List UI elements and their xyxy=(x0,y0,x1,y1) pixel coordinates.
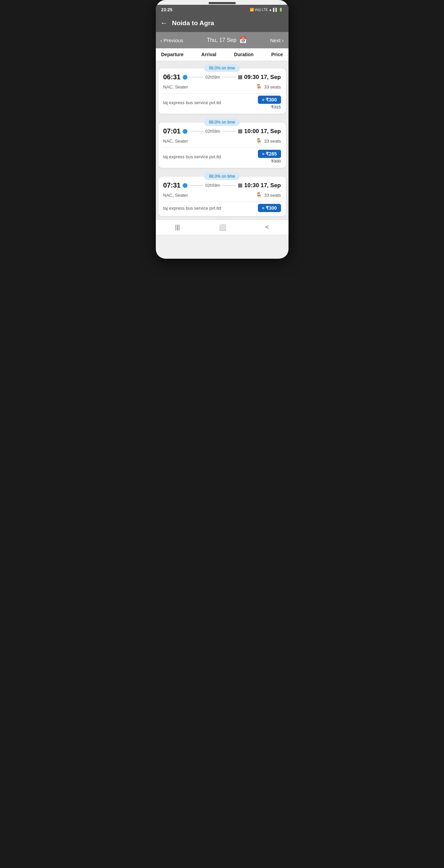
on-time-badge-2: 88.0% on time xyxy=(204,118,240,126)
line-right-1 xyxy=(222,77,236,78)
bottom-nav-home[interactable]: ⬜ xyxy=(219,224,226,231)
bus-type-2: NAC, Seater xyxy=(163,139,188,144)
arr-dot-2 xyxy=(238,129,242,133)
journey-row-1: 06:31 02h59m 09:30 17, Sep xyxy=(163,73,281,81)
seats-row-2: NAC, Seater 🪑 33 seats xyxy=(163,138,281,144)
column-headers: Departure Arrival Duration Price xyxy=(156,48,289,61)
dep-dot-1 xyxy=(183,75,187,80)
original-price-2: ₹300 xyxy=(271,159,281,164)
price-badge-dot-2 xyxy=(262,153,264,155)
seats-info-2: 🪑 33 seats xyxy=(256,138,281,144)
bus-card-1-wrapper: 88.0% on time 06:31 02h59m 09:30 17, Sep… xyxy=(159,64,286,114)
line-right-3 xyxy=(222,185,236,186)
journey-row-3: 07:31 02h59m 10:30 17, Sep xyxy=(163,181,281,189)
price-row-3: taj express bus service pvt.ltd ₹300 xyxy=(163,204,281,212)
date-label: Thu, 17 Sep xyxy=(207,37,236,43)
seats-info-3: 🪑 33 seats xyxy=(256,192,281,198)
previous-label: Previous xyxy=(164,37,183,43)
price-block-2: ₹285 ₹300 xyxy=(258,150,281,164)
price-badge-dot-1 xyxy=(262,99,264,101)
line-left-1 xyxy=(190,77,203,78)
status-time: 23:25 xyxy=(161,7,172,12)
price-2: ₹285 xyxy=(266,151,277,157)
seats-row-1: NAC, Seater 🪑 33 seats xyxy=(163,84,281,90)
chevron-right-icon: › xyxy=(282,37,284,43)
price-badge-dot-3 xyxy=(262,207,264,209)
arr-dot-3 xyxy=(238,183,242,188)
on-time-badge-1: 88.0% on time xyxy=(204,64,240,72)
journey-row-2: 07:01 02h59m 10:00 17, Sep xyxy=(163,127,281,135)
notch xyxy=(209,2,236,4)
price-row-1: taj express bus service pvt.ltd ₹300 ₹31… xyxy=(163,96,281,110)
status-icons: 📶 Vo)) LTE ▲ ▌▌ 🔋 xyxy=(250,8,283,12)
calendar-icon[interactable]: 📅 xyxy=(239,36,247,44)
price-row-2: taj express bus service pvt.ltd ₹285 ₹30… xyxy=(163,150,281,164)
dep-time-3: 07:31 xyxy=(163,181,181,189)
bottom-nav-recent[interactable]: ||| xyxy=(175,224,180,231)
bus-type-3: NAC, Seater xyxy=(163,193,188,198)
price-1: ₹300 xyxy=(266,97,277,102)
seats-row-3: NAC, Seater 🪑 33 seats xyxy=(163,192,281,198)
dep-time-2: 07:01 xyxy=(163,127,181,135)
dep-dot-3 xyxy=(183,183,187,188)
arr-time-3: 10:30 17, Sep xyxy=(244,182,281,189)
operator-3: taj express bus service pvt.ltd xyxy=(163,206,221,211)
on-time-badge-3: 88.0% on time xyxy=(204,173,240,180)
line-left-2 xyxy=(190,131,203,132)
bus-card-1[interactable]: 06:31 02h59m 09:30 17, Sep NAC, Seater 🪑… xyxy=(159,68,286,114)
bottom-nav-back[interactable]: < xyxy=(265,224,269,231)
dep-time-1: 06:31 xyxy=(163,73,181,81)
arrival-header: Arrival xyxy=(201,52,216,57)
departure-header: Departure xyxy=(161,52,184,57)
divider-2 xyxy=(163,147,281,148)
next-label: Next xyxy=(270,37,281,43)
seats-count-1: 33 seats xyxy=(264,84,281,90)
arr-time-1: 09:30 17, Sep xyxy=(244,74,281,81)
next-date-button[interactable]: Next › xyxy=(270,37,284,43)
dep-dot-2 xyxy=(183,129,187,134)
line-left-3 xyxy=(190,185,203,186)
arr-time-2: 10:00 17, Sep xyxy=(244,128,281,135)
seats-count-2: 33 seats xyxy=(264,139,281,144)
arr-dot-1 xyxy=(238,75,242,79)
bus-card-2-wrapper: 88.0% on time 07:01 02h59m 10:00 17, Sep… xyxy=(159,118,286,168)
chevron-left-icon: ‹ xyxy=(161,37,162,43)
bus-card-2[interactable]: 07:01 02h59m 10:00 17, Sep NAC, Seater 🪑… xyxy=(159,123,286,168)
status-bar: 23:25 📶 Vo)) LTE ▲ ▌▌ 🔋 xyxy=(156,5,289,14)
date-nav: ‹ Previous Thu, 17 Sep 📅 Next › xyxy=(156,32,289,48)
duration-2: 02h59m xyxy=(205,129,220,134)
price-block-3: ₹300 xyxy=(258,204,281,212)
price-3: ₹300 xyxy=(266,205,277,211)
price-badge-3[interactable]: ₹300 xyxy=(258,204,281,212)
duration-1: 02h59m xyxy=(205,75,220,80)
top-nav: ← Noida to Agra xyxy=(156,14,289,32)
page-title: Noida to Agra xyxy=(172,19,214,27)
price-header: Price xyxy=(271,52,283,57)
divider-1 xyxy=(163,93,281,94)
divider-3 xyxy=(163,202,281,202)
price-badge-2[interactable]: ₹285 xyxy=(258,150,281,158)
seat-icon-1: 🪑 xyxy=(256,84,262,90)
duration-3: 02h59m xyxy=(205,183,220,188)
seats-info-1: 🪑 33 seats xyxy=(256,84,281,90)
original-price-1: ₹315 xyxy=(271,105,281,110)
bus-type-1: NAC, Seater xyxy=(163,84,188,90)
seats-count-3: 33 seats xyxy=(264,193,281,198)
price-badge-1[interactable]: ₹300 xyxy=(258,96,281,104)
bus-card-3-wrapper: 88.0% on time 07:31 02h59m 10:30 17, Sep… xyxy=(159,173,286,216)
back-button[interactable]: ← xyxy=(161,19,168,28)
bus-card-3[interactable]: 07:31 02h59m 10:30 17, Sep NAC, Seater 🪑… xyxy=(159,177,286,216)
seat-icon-2: 🪑 xyxy=(256,138,262,144)
operator-1: taj express bus service pvt.ltd xyxy=(163,100,221,105)
phone-frame: 23:25 📶 Vo)) LTE ▲ ▌▌ 🔋 ← Noida to Agra … xyxy=(156,0,289,259)
previous-date-button[interactable]: ‹ Previous xyxy=(161,37,183,43)
duration-header: Duration xyxy=(234,52,254,57)
current-date: Thu, 17 Sep 📅 xyxy=(207,36,247,44)
seat-icon-3: 🪑 xyxy=(256,192,262,198)
bus-list: 88.0% on time 06:31 02h59m 09:30 17, Sep… xyxy=(156,61,289,220)
operator-2: taj express bus service pvt.ltd xyxy=(163,154,221,159)
bottom-nav: ||| ⬜ < xyxy=(156,220,289,235)
price-block-1: ₹300 ₹315 xyxy=(258,96,281,110)
line-right-2 xyxy=(222,131,236,132)
